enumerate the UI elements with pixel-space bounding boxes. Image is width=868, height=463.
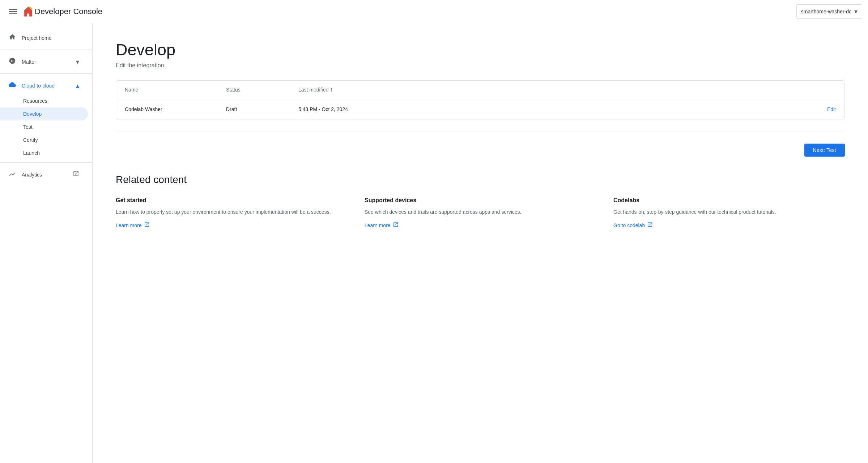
analytics-icon <box>9 170 16 179</box>
cloud-collapse-icon: ▴ <box>76 82 79 90</box>
col-name: Name <box>125 86 226 93</box>
related-card-get-started: Get started Learn how to properly set up… <box>116 197 347 229</box>
page-subtitle: Edit the integration. <box>116 62 845 69</box>
learn-more-supported-devices[interactable]: Learn more <box>365 222 596 229</box>
sidebar-item-develop[interactable]: Develop <box>0 107 88 120</box>
sidebar-item-test[interactable]: Test <box>0 120 88 133</box>
sidebar-item-project-home[interactable]: Project home <box>0 29 88 47</box>
card-codelabs-title: Codelabs <box>613 197 845 204</box>
next-test-button[interactable]: Next: Test <box>804 144 845 157</box>
develop-label: Develop <box>23 111 42 117</box>
external-link-icon <box>144 222 150 229</box>
sidebar-item-matter[interactable]: Matter ▾ <box>0 53 88 71</box>
matter-icon <box>9 57 16 66</box>
svg-rect-1 <box>9 11 17 12</box>
analytics-label: Analytics <box>22 172 67 178</box>
svg-rect-0 <box>9 9 17 10</box>
row-name: Codelab Washer <box>125 106 226 112</box>
sidebar-divider-2 <box>0 73 92 74</box>
svg-rect-2 <box>9 13 17 14</box>
related-card-supported-devices: Supported devices See which devices and … <box>365 197 596 229</box>
row-status: Draft <box>226 106 298 112</box>
external-link-icon-2 <box>393 222 399 229</box>
page-title: Develop <box>116 41 845 59</box>
integrations-table: Name Status Last modified ↑ Codelab Wash… <box>116 80 845 120</box>
related-card-codelabs: Codelabs Get hands-on, step-by-step guid… <box>613 197 845 229</box>
card-supported-devices-title: Supported devices <box>365 197 596 204</box>
row-last-modified: 5:43 PM - Oct 2, 2024 Edit <box>298 106 836 112</box>
learn-more-label-2: Learn more <box>365 222 391 228</box>
related-content-title: Related content <box>116 174 845 186</box>
table-row: Codelab Washer Draft 5:43 PM - Oct 2, 20… <box>116 99 844 120</box>
matter-expand-icon: ▾ <box>76 58 79 66</box>
sidebar-item-launch[interactable]: Launch <box>0 146 88 160</box>
sort-icon: ↑ <box>330 86 333 93</box>
table-header: Name Status Last modified ↑ <box>116 81 844 99</box>
section-divider <box>116 132 845 132</box>
home-icon <box>9 33 16 42</box>
resources-label: Resources <box>23 98 47 104</box>
sidebar-divider-3 <box>0 162 92 163</box>
sidebar-item-resources[interactable]: Resources <box>0 94 88 107</box>
cloud-to-cloud-label: Cloud-to-cloud <box>22 83 70 89</box>
go-to-codelab[interactable]: Go to codelab <box>613 222 845 229</box>
test-label: Test <box>23 124 33 130</box>
card-get-started-desc: Learn how to properly set up your enviro… <box>116 208 347 216</box>
page-layout: Project home Matter ▾ Cloud-to-cl <box>0 23 868 463</box>
analytics-external-icon <box>73 170 79 179</box>
sidebar-item-certify[interactable]: Certify <box>0 133 88 146</box>
sidebar-item-analytics[interactable]: Analytics <box>0 166 88 183</box>
project-selector[interactable]: smarthome-washer-dc ▾ <box>796 4 862 19</box>
launch-label: Launch <box>23 150 40 156</box>
actions-row: Next: Test <box>116 144 845 157</box>
project-home-label: Project home <box>22 35 79 41</box>
cloud-icon <box>9 81 16 90</box>
header-title: Developer Console <box>35 7 102 16</box>
learn-more-get-started[interactable]: Learn more <box>116 222 347 229</box>
external-link-icon-3 <box>647 222 653 229</box>
app-logo <box>22 5 35 18</box>
sidebar-item-cloud-to-cloud[interactable]: Cloud-to-cloud ▴ <box>0 77 88 94</box>
menu-icon[interactable] <box>6 4 20 19</box>
learn-more-label: Learn more <box>116 222 142 228</box>
matter-label: Matter <box>22 59 70 65</box>
card-codelabs-desc: Get hands-on, step-by-step guidance with… <box>613 208 845 216</box>
col-last-modified[interactable]: Last modified ↑ <box>298 86 836 93</box>
edit-link[interactable]: Edit <box>827 106 836 112</box>
certify-label: Certify <box>23 137 38 143</box>
related-content-section: Related content Get started Learn how to… <box>116 174 845 229</box>
related-cards: Get started Learn how to properly set up… <box>116 197 845 229</box>
col-status: Status <box>226 86 298 93</box>
chevron-down-icon: ▾ <box>854 8 858 16</box>
sidebar-divider-1 <box>0 50 92 50</box>
go-to-codelab-label: Go to codelab <box>613 222 645 228</box>
card-supported-devices-desc: See which devices and traits are support… <box>365 208 596 216</box>
card-get-started-title: Get started <box>116 197 347 204</box>
project-name: smarthome-washer-dc <box>801 9 851 14</box>
app-header: Developer Console smarthome-washer-dc ▾ <box>0 0 868 23</box>
sidebar: Project home Matter ▾ Cloud-to-cl <box>0 23 93 463</box>
main-content: Develop Edit the integration. Name Statu… <box>93 23 868 463</box>
